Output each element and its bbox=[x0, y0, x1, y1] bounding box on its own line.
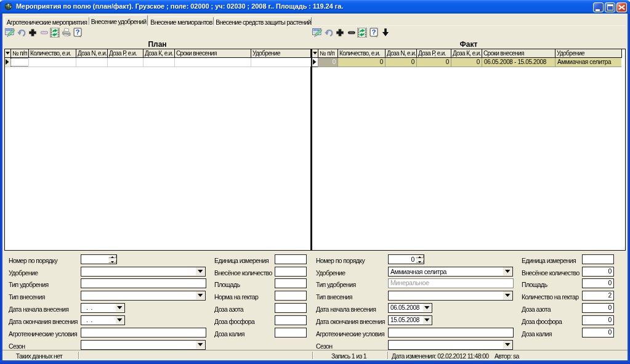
svg-text:?: ? bbox=[372, 28, 376, 36]
svg-text:?: ? bbox=[76, 28, 80, 36]
